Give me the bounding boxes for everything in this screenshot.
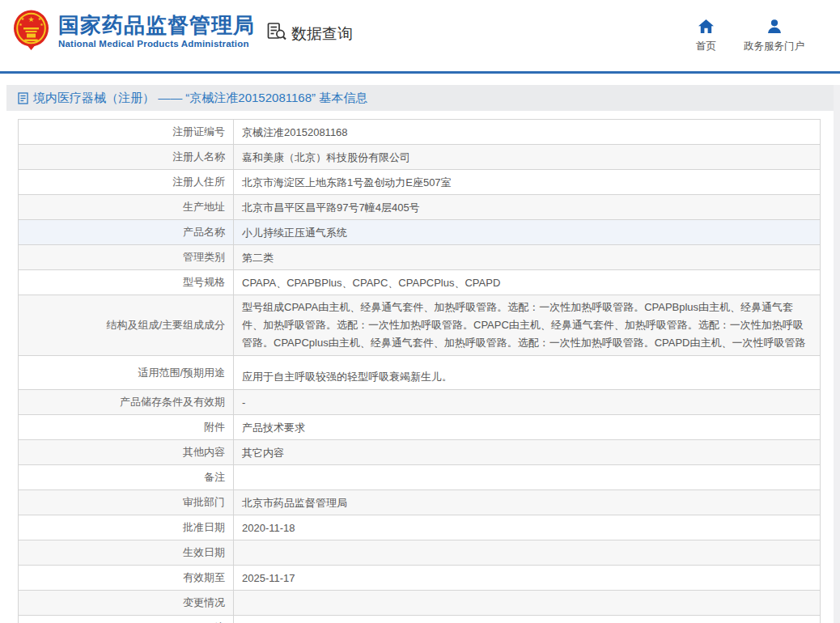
table-row: 审批部门 北京市药品监督管理局 [19,490,821,515]
home-icon [698,19,714,36]
row-value: 京械注准20152081168 [234,120,821,145]
table-row: 注 详情 [19,616,821,623]
table-row: 生产地址 北京市昌平区昌平路97号7幢4层405号 [19,195,821,220]
row-value [234,465,821,490]
nav-home[interactable]: 首页 [696,19,716,53]
table-row: 适用范围/预期用途 应用于自主呼吸较强的轻型呼吸衰竭新生儿。 [19,356,821,390]
site-header: ★ ★ ★ ★ ★ 国家药品监督管理局 National Medical Pro… [0,0,840,71]
data-query-label: 数据查询 [291,23,353,44]
row-value: 2025-11-17 [234,566,821,591]
row-label: 适用范围/预期用途 [19,356,234,390]
table-row-hovered: 产品名称 小儿持续正压通气系统 [19,220,821,245]
row-label: 有效期至 [19,566,234,591]
row-label: 备注 [19,465,234,490]
row-value: 北京市昌平区昌平路97号7幢4层405号 [234,195,821,220]
table-row: 结构及组成/主要组成成分 型号组成CPAPA由主机、经鼻通气套件、加热呼吸管路。… [19,295,821,356]
row-label: 注册人住所 [19,170,234,195]
row-value: 小儿持续正压通气系统 [234,220,821,245]
row-label: 注 [19,616,234,623]
vertical-scrollbar[interactable] [834,85,840,623]
row-value: 型号组成CPAPA由主机、经鼻通气套件、加热呼吸管路。选配：一次性加热呼吸管路。… [234,295,821,356]
table-row: 注册人名称 嘉和美康（北京）科技股份有限公司 [19,145,821,170]
row-label: 产品名称 [19,220,234,245]
svg-text:★: ★ [40,22,44,27]
row-label: 注册证编号 [19,120,234,145]
row-value [234,540,821,566]
row-label: 生产地址 [19,195,234,220]
header-accent-line [0,71,840,74]
row-label: 审批部门 [19,490,234,515]
main-content: 境内医疗器械（注册） —— “京械注准20152081168” 基本信息 注册证… [6,85,834,623]
table-row: 产品储存条件及有效期 - [19,390,821,415]
table-row: 型号规格 CPAPA、CPAPBPlus、CPAPC、CPAPCPlus、CPA… [19,270,821,295]
row-label: 注册人名称 [19,145,234,170]
nav-home-label: 首页 [696,40,716,53]
site-logo-text: 国家药品监督管理局 National Medical Products Admi… [58,14,255,49]
row-value: 嘉和美康（北京）科技股份有限公司 [234,145,821,170]
data-query-icon [266,22,287,45]
row-label: 结构及组成/主要组成成分 [19,295,234,356]
svg-text:★: ★ [21,16,25,21]
svg-text:★: ★ [19,22,23,27]
svg-text:★: ★ [38,16,42,21]
nav-portal-label: 政务服务门户 [744,40,804,53]
row-value: - [234,390,821,415]
row-value [234,591,821,616]
document-icon [18,92,28,104]
national-emblem-logo: ★ ★ ★ ★ ★ [13,10,49,53]
breadcrumb: 境内医疗器械（注册） —— “京械注准20152081168” 基本信息 [6,85,834,111]
table-row: 附件 产品技术要求 [19,415,821,440]
page-title: 境内医疗器械（注册） —— “京械注准20152081168” 基本信息 [33,91,367,106]
row-value: 第二类 [234,245,821,270]
row-value: 其它内容 [234,440,821,465]
site-subtitle: National Medical Products Administration [58,39,255,49]
svg-text:★: ★ [28,15,34,23]
table-row: 生效日期 [19,540,821,566]
table-row: 有效期至 2025-11-17 [19,566,821,591]
row-value: 北京市海淀区上地东路1号盈创动力E座507室 [234,170,821,195]
row-value: 产品技术要求 [234,415,821,440]
table-row: 注册证编号 京械注准20152081168 [19,120,821,145]
registration-info-table: 注册证编号 京械注准20152081168 注册人名称 嘉和美康（北京）科技股份… [18,119,821,623]
row-label: 管理类别 [19,245,234,270]
row-value: 详情 [234,616,821,623]
nav-portal[interactable]: 政务服务门户 [744,19,804,53]
table-row: 变更情况 [19,591,821,616]
table-row: 注册人住所 北京市海淀区上地东路1号盈创动力E座507室 [19,170,821,195]
row-label: 产品储存条件及有效期 [19,390,234,415]
row-value: 应用于自主呼吸较强的轻型呼吸衰竭新生儿。 [234,356,821,390]
site-title: 国家药品监督管理局 [58,14,255,36]
data-query-nav[interactable]: 数据查询 [266,22,353,45]
user-icon [767,19,782,36]
table-row: 其他内容 其它内容 [19,440,821,465]
table-row: 批准日期 2020-11-18 [19,515,821,540]
table-row: 管理类别 第二类 [19,245,821,270]
row-value: CPAPA、CPAPBPlus、CPAPC、CPAPCPlus、CPAPD [234,270,821,295]
table-row: 备注 [19,465,821,490]
row-label: 其他内容 [19,440,234,465]
row-label: 生效日期 [19,540,234,566]
row-value: 北京市药品监督管理局 [234,490,821,515]
row-value: 2020-11-18 [234,515,821,540]
row-label: 变更情况 [19,591,234,616]
row-label: 附件 [19,415,234,440]
header-right-nav: 首页 政务服务门户 [696,19,804,53]
row-label: 批准日期 [19,515,234,540]
row-label: 型号规格 [19,270,234,295]
